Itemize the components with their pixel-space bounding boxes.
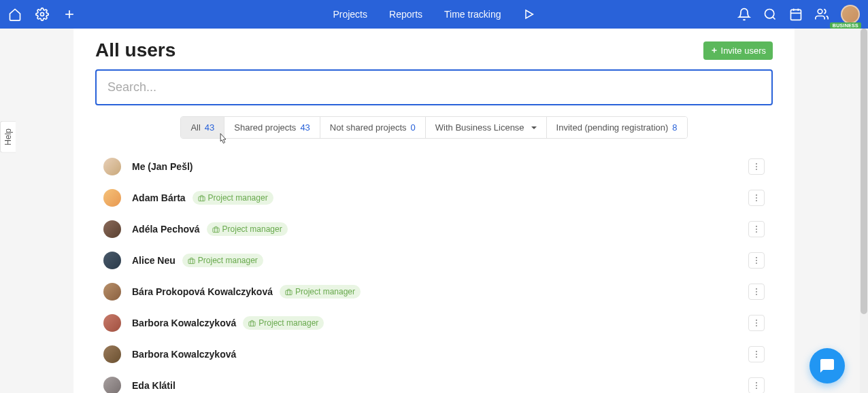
scrollbar[interactable] — [860, 29, 868, 393]
user-row: Eda Klátil — [95, 370, 773, 393]
avatar — [103, 283, 121, 301]
svg-point-11 — [756, 163, 757, 165]
topbar-nav: Projects Reports Time tracking — [333, 8, 535, 20]
user-list: Me (Jan Pešl)Adam BártaProject managerAd… — [95, 151, 773, 393]
play-icon[interactable] — [523, 8, 535, 20]
user-row: Barbora KowalczykováProject manager — [95, 307, 773, 339]
role-badge: Project manager — [182, 254, 263, 267]
user-name: Alice Neu — [132, 255, 176, 266]
header-row: All users Invite users — [95, 39, 773, 69]
user-row: Barbora Kowalczyková — [95, 339, 773, 370]
filter-not-shared[interactable]: Not shared projects 0 — [320, 117, 426, 138]
invite-label: Invite users — [721, 46, 766, 56]
kebab-menu[interactable] — [748, 315, 765, 331]
svg-point-39 — [756, 388, 757, 389]
briefcase-icon — [188, 257, 195, 264]
role-label: Project manager — [222, 224, 282, 234]
user-row: Bára Prokopová KowalczykováProject manag… — [95, 276, 773, 307]
invite-users-button[interactable]: Invite users — [703, 41, 773, 60]
filter-label: Invited (pending registration) — [556, 122, 669, 133]
main-content: All users Invite users All 43 Shared pro… — [73, 29, 795, 393]
avatar — [103, 252, 121, 269]
kebab-menu[interactable] — [748, 377, 765, 393]
user-name: Eda Klátil — [132, 380, 176, 391]
user-menu[interactable]: BUSINESS — [841, 5, 860, 24]
user-name: Adéla Pechová — [132, 224, 200, 235]
plus-icon[interactable] — [63, 7, 76, 21]
filter-license[interactable]: With Business License — [426, 117, 547, 138]
calendar-icon[interactable] — [789, 7, 803, 21]
user-name: Bára Prokopová Kowalczyková — [132, 286, 273, 297]
scrollbar-thumb[interactable] — [861, 29, 867, 314]
avatar — [103, 345, 121, 363]
svg-point-38 — [756, 385, 757, 386]
svg-rect-14 — [199, 196, 205, 201]
svg-point-10 — [818, 10, 822, 14]
svg-rect-18 — [213, 228, 219, 232]
user-info: Me (Jan Pešl) — [132, 161, 193, 172]
filter-label: With Business License — [435, 122, 524, 133]
user-info: Alice NeuProject manager — [132, 254, 263, 267]
kebab-icon — [752, 318, 761, 328]
user-info: Adéla PechováProject manager — [132, 222, 288, 236]
filter-all[interactable]: All 43 — [181, 117, 224, 138]
filter-tabs: All 43 Shared projects 43 Not shared pro… — [95, 116, 773, 139]
filter-count: 8 — [672, 122, 677, 133]
kebab-icon — [752, 193, 761, 203]
svg-point-20 — [756, 228, 757, 230]
user-row: Me (Jan Pešl) — [95, 151, 773, 182]
role-badge: Project manager — [280, 285, 361, 298]
svg-rect-22 — [188, 259, 195, 263]
filter-invited[interactable]: Invited (pending registration) 8 — [547, 117, 687, 138]
svg-point-13 — [756, 169, 757, 170]
search-input[interactable] — [107, 80, 761, 95]
filter-shared[interactable]: Shared projects 43 — [224, 117, 320, 138]
kebab-icon — [752, 162, 761, 171]
topbar-right: BUSINESS — [737, 5, 860, 24]
people-icon[interactable] — [815, 7, 829, 21]
user-info: Bára Prokopová KowalczykováProject manag… — [132, 285, 361, 298]
svg-point-36 — [756, 356, 757, 358]
avatar — [103, 314, 121, 332]
help-tab[interactable]: Help — [0, 121, 16, 153]
nav-time-tracking[interactable]: Time tracking — [444, 9, 501, 20]
svg-point-34 — [756, 351, 757, 352]
briefcase-icon — [285, 288, 293, 296]
user-info: Barbora Kowalczyková — [132, 349, 236, 360]
briefcase-icon — [212, 226, 220, 233]
gear-icon[interactable] — [35, 7, 49, 21]
topbar-left — [8, 7, 76, 21]
svg-point-27 — [756, 288, 757, 290]
kebab-icon — [752, 381, 761, 390]
kebab-menu[interactable] — [748, 284, 765, 300]
kebab-menu[interactable] — [748, 158, 765, 175]
kebab-menu[interactable] — [748, 252, 765, 269]
nav-projects[interactable]: Projects — [333, 9, 367, 20]
search-icon[interactable] — [763, 7, 777, 21]
svg-point-37 — [756, 382, 757, 383]
bell-icon[interactable] — [737, 7, 751, 21]
role-label: Project manager — [258, 318, 318, 328]
filter-label: All — [190, 122, 200, 133]
kebab-menu[interactable] — [748, 190, 765, 206]
chevron-down-icon — [531, 126, 537, 129]
kebab-menu[interactable] — [748, 221, 765, 237]
kebab-menu[interactable] — [748, 346, 765, 362]
briefcase-icon — [198, 194, 205, 202]
role-label: Project manager — [208, 193, 268, 203]
nav-reports[interactable]: Reports — [389, 9, 422, 20]
svg-point-17 — [756, 200, 757, 201]
svg-point-0 — [41, 13, 44, 16]
role-badge: Project manager — [193, 191, 273, 205]
svg-point-35 — [756, 354, 757, 355]
filter-count: 43 — [300, 122, 310, 133]
role-label: Project manager — [198, 256, 258, 265]
chat-button[interactable] — [809, 348, 845, 383]
role-badge: Project manager — [207, 222, 288, 236]
avatar — [103, 189, 121, 207]
home-icon[interactable] — [8, 7, 22, 21]
user-name: Adam Bárta — [132, 192, 186, 203]
business-badge: BUSINESS — [830, 22, 861, 29]
svg-rect-26 — [286, 290, 292, 294]
kebab-icon — [752, 287, 761, 296]
